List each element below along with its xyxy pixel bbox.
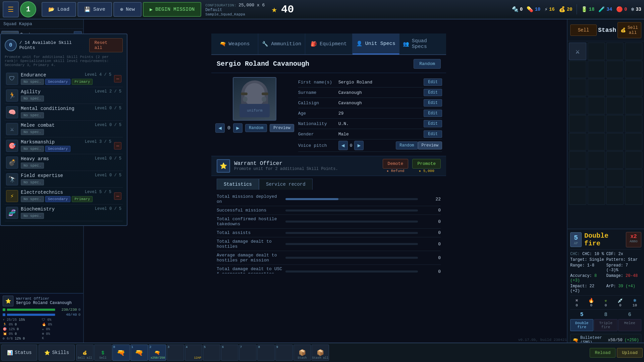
triple-fire-button[interactable]: Triple fire	[594, 319, 617, 331]
stash-cell-5[interactable]	[588, 61, 605, 78]
badge-nospec-marks[interactable]: No spec.	[21, 146, 44, 152]
minus-marks-button[interactable]: —	[114, 142, 121, 149]
star-rating[interactable]: ★	[271, 4, 277, 15]
skills-button[interactable]: ⭐ Skills	[39, 345, 74, 361]
stash-cell-31[interactable]	[625, 169, 642, 187]
random-button[interactable]: Random	[414, 59, 441, 69]
portrait-preview-button[interactable]: Preview	[270, 124, 294, 132]
stash-cell-22[interactable]	[606, 133, 624, 150]
portrait-next-button[interactable]: ▶	[233, 123, 243, 133]
stash-cell-7[interactable]	[625, 61, 642, 78]
edit-age-button[interactable]: Edit	[424, 110, 442, 117]
stash-cell-18[interactable]	[606, 115, 624, 132]
stash-cell-30[interactable]	[606, 169, 624, 187]
badge-primary[interactable]: Primary	[72, 79, 93, 85]
begin-mission-button[interactable]: ▶ BEGIN MISSION	[143, 2, 201, 17]
stash-cell-13[interactable]	[588, 97, 605, 114]
tab-equipment[interactable]: 🎒 Equipment	[305, 34, 352, 54]
slot-9[interactable]: 9	[275, 345, 293, 361]
load-button[interactable]: 📂 Load	[42, 2, 76, 17]
badge-secondary-marks[interactable]: Secondary	[45, 146, 70, 152]
edit-gender-button[interactable]: Edit	[424, 130, 442, 138]
minus-electro-button[interactable]: —	[114, 192, 121, 200]
stash-cell-28[interactable]	[569, 169, 586, 187]
stash-cell-23[interactable]	[625, 133, 642, 150]
stash-cell-14[interactable]	[606, 97, 624, 114]
stash-cell-6[interactable]	[606, 61, 624, 78]
stash-cell-29[interactable]	[588, 169, 605, 187]
tab-ammunition[interactable]: 🔧 Ammunition	[258, 34, 305, 54]
stash-cell-17[interactable]	[588, 115, 605, 132]
stash-cell-12[interactable]	[569, 97, 586, 114]
stash-cell-8[interactable]	[569, 79, 586, 96]
edit-firstname-button[interactable]: Edit	[424, 78, 442, 86]
demote-button[interactable]: Demote	[383, 159, 409, 169]
badge-secondary[interactable]: Secondary	[45, 79, 70, 85]
slot-sell-all[interactable]: 💰 Sell all	[76, 345, 94, 361]
slot-stash-all[interactable]: 📦 Stash all	[312, 345, 329, 361]
portrait-random-button[interactable]: Random	[245, 124, 267, 132]
badge-primary-electro[interactable]: Primary	[72, 196, 93, 202]
stash-cell-3[interactable]	[625, 43, 642, 60]
badge-nospec-field[interactable]: No spec.	[21, 179, 44, 185]
edit-nationality-button[interactable]: Edit	[424, 120, 442, 127]
stash-cell-19[interactable]	[625, 115, 642, 132]
portrait-prev-button[interactable]: ◀	[215, 123, 225, 133]
new-button[interactable]: ⊕ New	[113, 2, 142, 17]
stash-cell-21[interactable]	[588, 133, 605, 150]
save-button[interactable]: 💾 Save	[77, 2, 112, 17]
stash-cell-26[interactable]	[606, 151, 624, 169]
badge-nospec-mental[interactable]: No spec.	[21, 112, 44, 118]
stash-cell-33[interactable]	[588, 187, 605, 205]
sub-tab-statistics[interactable]: Statistics	[217, 179, 259, 190]
slot-4[interactable]: 4 12AP	[185, 345, 202, 361]
badge-nospec-heavy[interactable]: No spec.	[21, 163, 44, 169]
tab-weapons[interactable]: 🔫 Weapons	[211, 34, 258, 54]
stash-cell-16[interactable]	[569, 115, 586, 132]
sell-all-button[interactable]: 💰 Sell all	[618, 22, 641, 38]
melee-button[interactable]: Melee	[618, 319, 641, 331]
stash-cell-4[interactable]	[569, 61, 586, 78]
slot-8[interactable]: 8	[257, 345, 275, 361]
stash-cell-1[interactable]	[588, 43, 605, 60]
slot-5[interactable]: 5	[203, 345, 220, 361]
slot-3[interactable]: 3	[167, 345, 184, 361]
voice-prev-button[interactable]: ◀	[338, 141, 348, 150]
stash-cell-11[interactable]	[625, 79, 642, 96]
slot-sell[interactable]: 💲 Sell	[94, 345, 112, 361]
stash-cell-9[interactable]	[588, 79, 605, 96]
edit-callsign-button[interactable]: Edit	[424, 99, 442, 107]
badge-nospec-electro[interactable]: No spec.	[21, 196, 44, 202]
voice-random-button[interactable]: Random	[396, 141, 418, 149]
upload-button[interactable]: Upload	[617, 348, 643, 358]
slot-6[interactable]: 6	[221, 345, 238, 361]
minus-endurance-button[interactable]: —	[114, 75, 121, 82]
menu-icon-btn[interactable]: ☰	[3, 1, 19, 17]
reset-all-button[interactable]: Reset all	[89, 38, 123, 52]
stash-cell-24[interactable]	[569, 151, 586, 169]
badge-nospec[interactable]: No spec.	[21, 79, 44, 85]
sub-tab-service[interactable]: Service record	[259, 179, 313, 190]
badge-nospec-agility[interactable]: No spec.	[21, 96, 44, 102]
sell-button[interactable]: Sell	[570, 24, 597, 36]
badge-secondary-electro[interactable]: Secondary	[45, 196, 70, 202]
stash-cell-15[interactable]	[625, 97, 642, 114]
stash-cell-27[interactable]	[625, 151, 642, 169]
slot-weapon-0[interactable]: 🔫 0	[112, 345, 130, 361]
voice-preview-button[interactable]: Preview	[418, 141, 442, 149]
double-fire-button[interactable]: Double fire	[570, 319, 593, 331]
badge-nospec-melee[interactable]: No spec.	[21, 129, 44, 135]
slot-stash[interactable]: 📦 Stash	[293, 345, 311, 361]
edit-surname-button[interactable]: Edit	[424, 89, 442, 96]
slot-7[interactable]: 7	[239, 345, 257, 361]
voice-next-button[interactable]: ▶	[354, 141, 364, 150]
stash-cell-25[interactable]	[588, 151, 605, 169]
badge-nospec-bio[interactable]: No spec.	[21, 213, 44, 219]
slot-ammo-0[interactable]: 🔫 2 x250/250	[149, 345, 166, 361]
status-button[interactable]: 📊 Status	[1, 345, 37, 361]
stash-cell-20[interactable]	[569, 133, 586, 150]
stash-cell-35[interactable]	[625, 187, 642, 205]
tab-unit-specs[interactable]: 👤 Unit Specs	[353, 34, 399, 54]
stash-cell-34[interactable]	[606, 187, 624, 205]
tab-squad-specs[interactable]: 👥 Squad Specs	[399, 34, 446, 54]
